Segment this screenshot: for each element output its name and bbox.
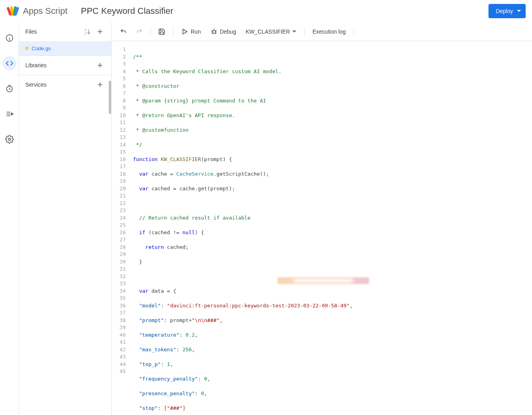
redacted-api-key xyxy=(278,277,369,284)
editor-icon[interactable] xyxy=(2,56,17,70)
exec-log-label: Execution log xyxy=(312,28,346,35)
run-button[interactable]: Run xyxy=(177,25,205,39)
brand-block: Apps Script xyxy=(6,5,68,17)
file-item-code-gs[interactable]: Code.gs xyxy=(19,41,111,55)
deploy-label: Deploy xyxy=(496,8,513,14)
svg-point-13 xyxy=(8,138,11,140)
editor-toolbar: Run Debug KW_CLASSIFIER Execution log xyxy=(112,22,532,41)
project-title[interactable]: PPC Keyword Classifier xyxy=(81,6,174,16)
execution-log-button[interactable]: Execution log xyxy=(309,25,350,39)
svg-marker-12 xyxy=(11,113,13,115)
svg-marker-23 xyxy=(183,29,187,34)
triggers-icon[interactable] xyxy=(2,81,17,96)
scrollbar-thumb[interactable] xyxy=(109,81,111,114)
debug-label: Debug xyxy=(220,28,236,35)
services-header: Services xyxy=(19,75,111,94)
run-label: Run xyxy=(191,28,201,35)
app-header: Apps Script PPC Keyword Classifier Deplo… xyxy=(0,0,532,22)
unsaved-icon xyxy=(25,47,28,50)
sort-icon[interactable]: AZ xyxy=(81,25,94,38)
overview-icon[interactable] xyxy=(2,31,17,45)
executions-icon[interactable] xyxy=(2,107,17,121)
function-name: KW_CLASSIFIER xyxy=(246,28,290,35)
chevron-down-icon xyxy=(292,30,296,32)
svg-line-30 xyxy=(212,33,212,34)
save-button[interactable] xyxy=(155,25,169,39)
svg-point-24 xyxy=(212,30,216,34)
add-library-icon[interactable] xyxy=(94,59,106,72)
debug-button[interactable]: Debug xyxy=(206,25,240,39)
apps-script-logo-icon xyxy=(6,5,19,17)
redo-button[interactable] xyxy=(132,25,146,39)
add-service-icon[interactable] xyxy=(94,78,106,91)
left-rail xyxy=(0,22,19,415)
chevron-down-icon xyxy=(517,10,521,12)
undo-button[interactable] xyxy=(116,25,131,39)
svg-line-31 xyxy=(215,33,216,34)
settings-icon[interactable] xyxy=(2,132,17,146)
sidebar: Files AZ Code.gs Libraries xyxy=(19,22,112,415)
svg-line-27 xyxy=(215,30,216,31)
svg-text:Z: Z xyxy=(85,32,87,35)
line-gutter: 1234567891011121314151617181920212223242… xyxy=(112,41,130,415)
files-header: Files AZ xyxy=(19,22,111,41)
file-name: Code.gs xyxy=(32,45,51,51)
function-select[interactable]: KW_CLASSIFIER xyxy=(242,25,300,39)
libraries-header: Libraries xyxy=(19,56,111,75)
services-label: Services xyxy=(25,81,47,88)
libraries-label: Libraries xyxy=(25,62,47,68)
code-content[interactable]: /** * Calls the Keyword Classifier custo… xyxy=(130,41,532,415)
add-file-icon[interactable] xyxy=(94,25,106,38)
brand-text: Apps Script xyxy=(23,6,68,16)
code-editor[interactable]: 1234567891011121314151617181920212223242… xyxy=(112,41,532,415)
files-label: Files xyxy=(25,28,37,35)
deploy-button[interactable]: Deploy xyxy=(488,4,526,18)
svg-line-26 xyxy=(212,30,212,31)
